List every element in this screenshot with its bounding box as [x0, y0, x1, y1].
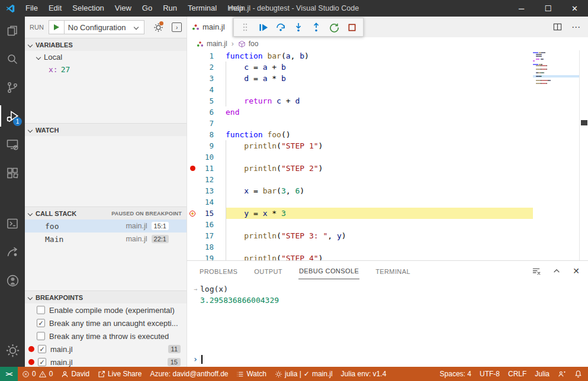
breakpoint-gutter[interactable] [187, 50, 198, 62]
code-text[interactable]: println("STEP 1") [226, 140, 533, 151]
debug-console-input[interactable]: › [191, 353, 588, 365]
source-control-icon[interactable] [0, 73, 25, 102]
breakpoint-gutter[interactable] [187, 62, 198, 73]
julia-repl-icon[interactable] [0, 209, 25, 238]
remote-explorer-icon[interactable] [0, 130, 25, 159]
julia-env-status[interactable]: Julia env: v1.4 [337, 367, 391, 381]
code-text[interactable]: println("STEP 2") [226, 163, 533, 174]
explorer-icon[interactable] [0, 17, 25, 45]
extensions-icon[interactable] [0, 159, 25, 187]
breakpoint-gutter[interactable] [187, 230, 198, 241]
language-mode-status[interactable]: Julia [531, 367, 554, 381]
step-over-button[interactable] [272, 19, 290, 35]
github-icon[interactable] [0, 266, 25, 295]
breakpoint-gutter[interactable] [187, 84, 198, 95]
checkbox[interactable]: ✓ [38, 358, 46, 366]
more-actions-icon[interactable]: ⋯ [571, 22, 581, 33]
configure-gear-icon[interactable] [153, 21, 163, 33]
code-editor[interactable]: 1function bar(a, b)2 c = a + b3 d = a * … [187, 50, 588, 260]
search-icon[interactable] [0, 45, 25, 73]
live-share-status[interactable]: Live Share [94, 367, 146, 381]
minimap[interactable] [533, 52, 579, 85]
live-share-icon[interactable] [0, 238, 25, 266]
code-text[interactable] [226, 196, 533, 208]
breakpoint-gutter[interactable] [187, 106, 198, 118]
checkbox[interactable]: ✓ [37, 319, 45, 327]
breakpoint-option-compile-mode[interactable]: Enable compile mode (experimental) [25, 303, 187, 317]
breakpoint-gutter[interactable] [187, 73, 198, 84]
breakpoint-option-uncaught-exception[interactable]: ✓ Break any time an uncaught excepti... [25, 317, 187, 330]
breakpoint-gutter[interactable] [187, 253, 198, 260]
code-text[interactable] [226, 84, 533, 95]
code-text[interactable]: d = a * b [226, 73, 533, 84]
notifications-bell-icon[interactable] [570, 367, 588, 381]
code-text[interactable]: end [226, 106, 533, 118]
checkbox[interactable] [37, 306, 45, 314]
breadcrumb[interactable]: main.jl › foo [187, 37, 588, 50]
step-out-button[interactable] [307, 19, 325, 35]
menu-run[interactable]: Run [158, 0, 182, 17]
breakpoint-gutter[interactable] [187, 196, 198, 208]
step-into-button[interactable] [290, 19, 307, 35]
breakpoints-header[interactable]: BREAKPOINTS [25, 290, 187, 303]
split-editor-icon[interactable] [553, 22, 562, 31]
breakpoint-gutter[interactable] [187, 185, 198, 196]
breakpoint-gutter[interactable] [187, 219, 198, 230]
stop-button[interactable] [343, 19, 361, 35]
breakpoint-gutter[interactable] [187, 241, 198, 253]
code-text[interactable] [226, 118, 533, 129]
minimize-button[interactable]: ─ [508, 0, 535, 17]
code-text[interactable]: println("STEP 3: ", y) [226, 230, 533, 241]
encoding-status[interactable]: UTF-8 [475, 367, 504, 381]
continue-button[interactable] [254, 19, 272, 35]
drag-grip-icon[interactable] [236, 19, 254, 35]
settings-gear-icon[interactable] [0, 336, 25, 364]
checkbox[interactable]: ✓ [38, 345, 46, 353]
tab-problems[interactable]: PROBLEMS [199, 263, 238, 279]
breadcrumb-symbol[interactable]: foo [249, 40, 259, 48]
breakpoint-icon[interactable] [187, 163, 198, 174]
code-text[interactable] [226, 174, 533, 185]
restart-button[interactable] [325, 19, 343, 35]
menu-terminal[interactable]: Terminal [182, 0, 222, 17]
code-text[interactable]: y = x * 3 [226, 208, 533, 219]
menu-selection[interactable]: Selection [67, 0, 109, 17]
watch-header[interactable]: WATCH [25, 123, 187, 136]
scope-local[interactable]: Local [25, 51, 187, 63]
clear-console-icon[interactable] [532, 267, 541, 276]
code-text[interactable]: x = bar(3, 6) [226, 185, 533, 196]
code-text[interactable]: return c + d [226, 95, 533, 106]
close-panel-icon[interactable]: ✕ [573, 266, 580, 276]
breakpoint-gutter[interactable] [187, 140, 198, 151]
indentation-status[interactable]: Spaces: 4 [436, 367, 475, 381]
breakpoint-gutter[interactable] [187, 151, 198, 163]
code-text[interactable]: function bar(a, b) [226, 50, 533, 62]
debug-console-toggle-icon[interactable]: › [172, 22, 182, 32]
code-text[interactable] [226, 219, 533, 230]
menu-edit[interactable]: Edit [43, 0, 67, 17]
problems-status[interactable]: 0 0 [18, 367, 57, 381]
user-status[interactable]: David [57, 367, 94, 381]
tab-terminal[interactable]: TERMINAL [375, 263, 411, 279]
maximize-panel-icon[interactable] [552, 267, 561, 275]
tab-debug-console[interactable]: DEBUG CONSOLE [298, 263, 359, 279]
menu-go[interactable]: Go [137, 0, 158, 17]
maximize-button[interactable]: ☐ [535, 0, 561, 17]
code-text[interactable] [226, 241, 533, 253]
breakpoint-option-throw[interactable]: Break any time a throw is executed [25, 330, 187, 343]
close-button[interactable]: ✕ [561, 0, 588, 17]
breakpoint-gutter[interactable] [187, 118, 198, 129]
breakpoint-gutter[interactable] [187, 129, 198, 140]
code-text[interactable]: c = a + b [226, 62, 533, 73]
stack-frame-main[interactable]: Main main.jl 22:1 [25, 233, 187, 246]
julia-language-server-status[interactable]: julia | ✓ main.jl [271, 367, 337, 381]
variables-header[interactable]: VARIABLES [25, 38, 187, 51]
breakpoint-gutter[interactable] [187, 95, 198, 106]
menu-view[interactable]: View [110, 0, 137, 17]
menu-file[interactable]: File [20, 0, 43, 17]
start-debugging-button[interactable] [49, 21, 65, 34]
azure-account-status[interactable]: Azure: david@anthoff.de [146, 367, 232, 381]
breakpoint-gutter[interactable] [187, 174, 198, 185]
code-text[interactable]: println("STEP 4") [226, 253, 533, 260]
run-debug-icon[interactable]: 1 [0, 102, 25, 130]
